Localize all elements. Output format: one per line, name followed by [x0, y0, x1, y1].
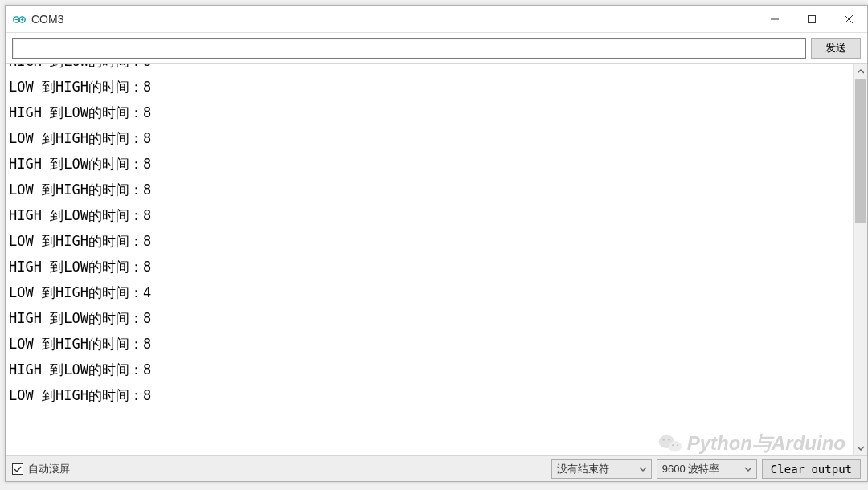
chevron-down-icon [745, 466, 751, 472]
titlebar: COM3 [6, 6, 867, 33]
close-icon [844, 14, 854, 24]
baud-rate-select[interactable]: 9600 波特率 [657, 459, 757, 479]
serial-input[interactable] [12, 38, 806, 59]
clear-output-button[interactable]: Clear output [762, 459, 861, 479]
scroll-thumb[interactable] [855, 79, 866, 223]
line-ending-value: 没有结束符 [557, 462, 609, 476]
window-title: COM3 [31, 13, 63, 26]
arduino-icon [12, 12, 27, 27]
check-icon [14, 465, 22, 473]
serial-monitor-window: COM3 发送 HIGH 到LOW的时间：8 LOW 到HIGH的时间：8 HI… [5, 5, 868, 482]
autoscroll-label: 自动滚屏 [28, 462, 70, 476]
scroll-track[interactable] [854, 79, 867, 441]
minimize-button[interactable] [756, 6, 793, 33]
svg-rect-6 [809, 15, 816, 22]
input-row: 发送 [6, 33, 867, 64]
line-ending-select[interactable]: 没有结束符 [551, 459, 652, 479]
close-button[interactable] [830, 6, 867, 33]
autoscroll-checkbox[interactable] [12, 463, 23, 475]
footer-bar: 自动滚屏 没有结束符 9600 波特率 Clear output [6, 455, 867, 481]
baud-rate-value: 9600 波特率 [662, 462, 720, 476]
chevron-down-icon [640, 466, 646, 472]
scrollbar[interactable] [853, 64, 867, 455]
serial-output: HIGH 到LOW的时间：8 LOW 到HIGH的时间：8 HIGH 到LOW的… [6, 64, 853, 455]
minimize-icon [770, 14, 780, 24]
send-button[interactable]: 发送 [811, 38, 861, 59]
scroll-up-arrow-icon[interactable] [854, 64, 867, 79]
scroll-down-arrow-icon[interactable] [854, 441, 867, 455]
output-area: HIGH 到LOW的时间：8 LOW 到HIGH的时间：8 HIGH 到LOW的… [6, 64, 867, 455]
maximize-icon [807, 14, 817, 24]
maximize-button[interactable] [793, 6, 830, 33]
